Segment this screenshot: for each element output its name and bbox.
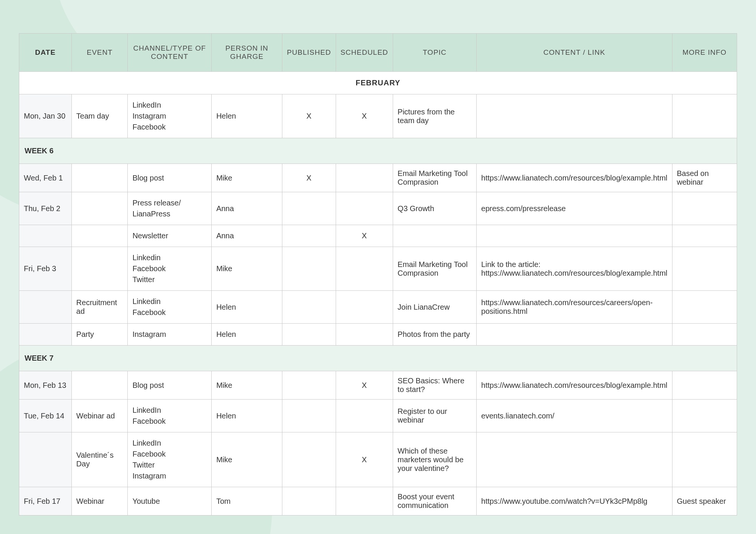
cell-date — [19, 291, 72, 324]
cell-date: Thu, Feb 2 — [19, 192, 72, 225]
cell-event — [71, 247, 128, 291]
cell-scheduled — [336, 192, 393, 225]
header-more: MORE INFO — [672, 34, 737, 72]
cell-published — [282, 324, 336, 346]
cell-channel: LinkedinFacebookTwitter — [128, 247, 212, 291]
cell-more — [672, 291, 737, 324]
cell-published — [282, 291, 336, 324]
table-row: Party Instagram Helen Photos from the pa… — [19, 324, 737, 346]
cell-person: Mike — [212, 164, 282, 192]
cell-topic: Email Marketing Tool Comprasion — [393, 164, 476, 192]
cell-scheduled: X — [336, 371, 393, 400]
header-date: DATE — [19, 34, 72, 72]
cell-event — [71, 371, 128, 400]
cell-content: https://www.lianatech.com/resources/blog… — [477, 164, 672, 192]
cell-channel: Instagram — [128, 324, 212, 346]
cell-event: Party — [71, 324, 128, 346]
cell-channel: Blog post — [128, 164, 212, 192]
cell-more: Based on webinar — [672, 164, 737, 192]
cell-content — [477, 94, 672, 138]
cell-content — [477, 432, 672, 487]
cell-content: https://www.lianatech.com/resources/blog… — [477, 371, 672, 400]
cell-content: https://www.youtube.com/watch?v=UYk3cPMp… — [477, 487, 672, 515]
cell-event: Webinar — [71, 487, 128, 515]
cell-date: Wed, Feb 1 — [19, 164, 72, 192]
header-topic: TOPIC — [393, 34, 476, 72]
cell-channel: LinkedInFacebookTwitterInstagram — [128, 432, 212, 487]
cell-person: Anna — [212, 225, 282, 247]
cell-scheduled: X — [336, 225, 393, 247]
cell-content — [477, 225, 672, 247]
cell-person: Mike — [212, 432, 282, 487]
cell-scheduled — [336, 400, 393, 432]
table-row: Tue, Feb 14 Webinar ad LinkedInFacebook … — [19, 400, 737, 432]
page-container: DATE EVENT CHANNEL/TYPE OF CONTENT PERSO… — [0, 0, 756, 534]
cell-topic: Q3 Growth — [393, 192, 476, 225]
cell-person: Anna — [212, 192, 282, 225]
cell-scheduled — [336, 164, 393, 192]
cell-person: Helen — [212, 291, 282, 324]
cell-more — [672, 192, 737, 225]
month-label: FEBRUARY — [19, 72, 737, 94]
cell-scheduled — [336, 487, 393, 515]
cell-channel: Blog post — [128, 371, 212, 400]
cell-channel: Newsletter — [128, 225, 212, 247]
table-row: Mon, Jan 30 Team day LinkedInInstagramFa… — [19, 94, 737, 138]
cell-more — [672, 94, 737, 138]
cell-published — [282, 192, 336, 225]
cell-topic: Pictures from the team day — [393, 94, 476, 138]
week-row: WEEK 6 — [19, 138, 737, 164]
cell-date: Fri, Feb 3 — [19, 247, 72, 291]
cell-event — [71, 164, 128, 192]
cell-more — [672, 324, 737, 346]
cell-published: X — [282, 94, 336, 138]
cell-more — [672, 432, 737, 487]
cell-more — [672, 371, 737, 400]
cell-topic: Which of these marketers would be your v… — [393, 432, 476, 487]
table-row: Valentine´s Day LinkedInFacebookTwitterI… — [19, 432, 737, 487]
cell-topic: Boost your event communication — [393, 487, 476, 515]
cell-channel: Youtube — [128, 487, 212, 515]
cell-scheduled — [336, 247, 393, 291]
header-content: CONTENT / LINK — [477, 34, 672, 72]
cell-event: Valentine´s Day — [71, 432, 128, 487]
cell-date: Mon, Jan 30 — [19, 94, 72, 138]
cell-published — [282, 400, 336, 432]
table-row: Wed, Feb 1 Blog post Mike X Email Market… — [19, 164, 737, 192]
month-row: FEBRUARY — [19, 72, 737, 94]
header-published: PUBLISHED — [282, 34, 336, 72]
cell-event — [71, 192, 128, 225]
header-channel: CHANNEL/TYPE OF CONTENT — [128, 34, 212, 72]
cell-topic — [393, 225, 476, 247]
table-row: Fri, Feb 17 Webinar Youtube Tom Boost yo… — [19, 487, 737, 515]
cell-more: Guest speaker — [672, 487, 737, 515]
cell-event: Team day — [71, 94, 128, 138]
cell-more — [672, 400, 737, 432]
cell-topic: Photos from the party — [393, 324, 476, 346]
table-row: Fri, Feb 3 LinkedinFacebookTwitter Mike … — [19, 247, 737, 291]
cell-event: Recruitment ad — [71, 291, 128, 324]
cell-date — [19, 324, 72, 346]
cell-content: events.lianatech.com/ — [477, 400, 672, 432]
cell-published — [282, 371, 336, 400]
week-row: WEEK 7 — [19, 346, 737, 371]
cell-content: https://www.lianatech.com/resources/care… — [477, 291, 672, 324]
table-row: Recruitment ad LinkedinFacebook Helen Jo… — [19, 291, 737, 324]
table-header: DATE EVENT CHANNEL/TYPE OF CONTENT PERSO… — [19, 34, 737, 72]
cell-channel: LinkedInInstagramFacebook — [128, 94, 212, 138]
cell-published — [282, 432, 336, 487]
cell-topic: Register to our webinar — [393, 400, 476, 432]
cell-date: Tue, Feb 14 — [19, 400, 72, 432]
table-row: Thu, Feb 2 Press release/LianaPress Anna… — [19, 192, 737, 225]
week-label: WEEK 6 — [19, 138, 737, 164]
cell-event: Webinar ad — [71, 400, 128, 432]
header-scheduled: SCHEDULED — [336, 34, 393, 72]
cell-content — [477, 324, 672, 346]
cell-date: Mon, Feb 13 — [19, 371, 72, 400]
cell-person: Helen — [212, 324, 282, 346]
cell-content: epress.com/pressrelease — [477, 192, 672, 225]
week-label: WEEK 7 — [19, 346, 737, 371]
cell-scheduled: X — [336, 94, 393, 138]
cell-more — [672, 247, 737, 291]
cell-person: Mike — [212, 371, 282, 400]
